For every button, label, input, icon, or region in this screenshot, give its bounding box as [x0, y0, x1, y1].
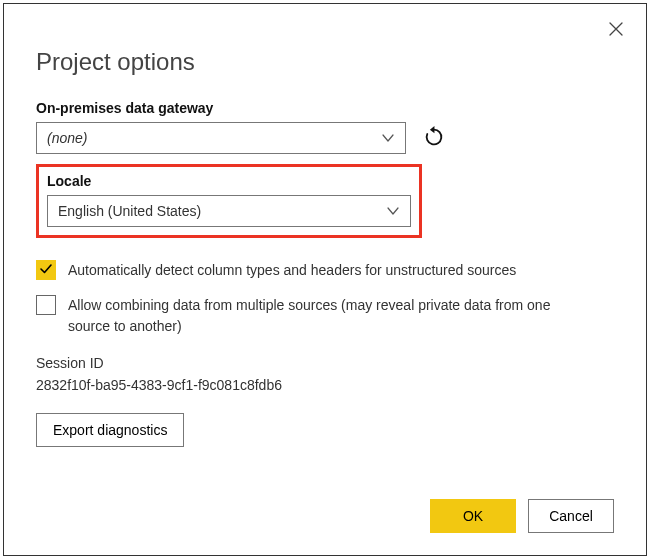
- locale-label: Locale: [47, 173, 411, 189]
- auto-detect-row: Automatically detect column types and he…: [36, 260, 614, 281]
- close-button[interactable]: [606, 20, 626, 40]
- options-group: Automatically detect column types and he…: [36, 260, 614, 337]
- allow-combine-row: Allow combining data from multiple sourc…: [36, 295, 614, 337]
- check-icon: [39, 262, 53, 279]
- locale-highlight: Locale English (United States): [36, 164, 422, 238]
- session-label: Session ID: [36, 355, 614, 371]
- project-options-dialog: Project options On-premises data gateway…: [0, 0, 650, 559]
- gateway-select[interactable]: (none): [36, 122, 406, 154]
- chevron-down-icon: [386, 204, 400, 218]
- allow-combine-label: Allow combining data from multiple sourc…: [68, 295, 588, 337]
- export-diagnostics-button[interactable]: Export diagnostics: [36, 413, 184, 447]
- ok-button[interactable]: OK: [430, 499, 516, 533]
- dialog-title: Project options: [36, 48, 614, 76]
- gateway-field: On-premises data gateway (none): [36, 100, 614, 154]
- close-icon: [608, 21, 624, 40]
- allow-combine-checkbox[interactable]: [36, 295, 56, 315]
- session-block: Session ID 2832f10f-ba95-4383-9cf1-f9c08…: [36, 355, 614, 393]
- refresh-button[interactable]: [420, 124, 448, 152]
- gateway-value: (none): [47, 130, 87, 146]
- cancel-button[interactable]: Cancel: [528, 499, 614, 533]
- gateway-label: On-premises data gateway: [36, 100, 614, 116]
- dialog-footer: OK Cancel: [430, 499, 614, 533]
- refresh-icon: [423, 126, 445, 151]
- chevron-down-icon: [381, 131, 395, 145]
- locale-value: English (United States): [58, 203, 201, 219]
- auto-detect-checkbox[interactable]: [36, 260, 56, 280]
- session-id: 2832f10f-ba95-4383-9cf1-f9c081c8fdb6: [36, 377, 614, 393]
- auto-detect-label: Automatically detect column types and he…: [68, 260, 516, 281]
- locale-select[interactable]: English (United States): [47, 195, 411, 227]
